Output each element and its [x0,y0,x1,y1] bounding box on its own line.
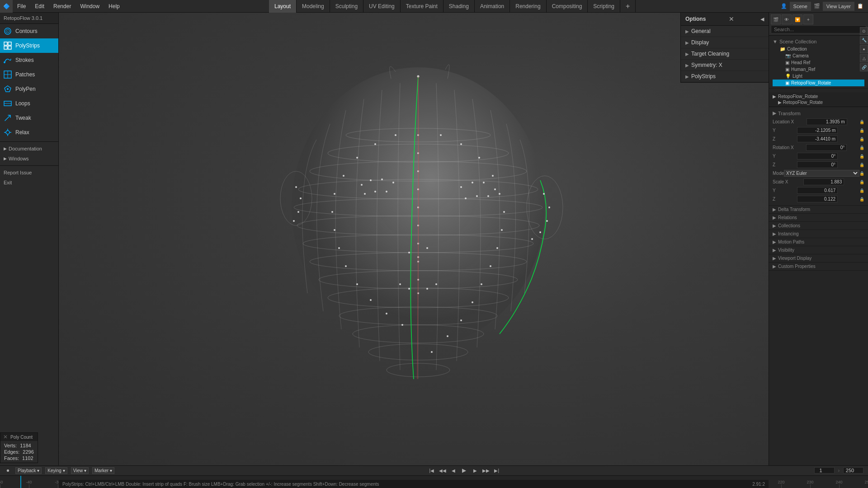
options-section-display[interactable]: ▶ Display [681,37,769,48]
rotation-z-lock[interactable]: 🔒 [859,163,864,167]
tree-item-collection[interactable]: 📁 Collection [773,46,864,52]
scene-collection-title[interactable]: ▼ Scene Collection [773,38,864,46]
tab-add[interactable]: + [620,0,636,13]
tab-rendering[interactable]: Rendering [510,0,546,13]
menu-help[interactable]: Help [104,0,124,13]
rv-icon-constraints[interactable]: 🔗 [860,63,868,71]
menu-edit[interactable]: Edit [30,0,49,13]
sidebar-item-polypen[interactable]: PolyPen [0,82,58,96]
location-y-field[interactable] [797,127,838,134]
view-dropdown[interactable]: View ▾ [71,467,89,474]
sidebar-item-contours[interactable]: Contours [0,24,58,38]
tab-shading[interactable]: Shading [443,0,475,13]
delta-transform-section[interactable]: ▶Delta Transform [769,206,868,214]
relations-section[interactable]: ▶Relations [769,214,868,222]
instancing-section[interactable]: ▶Instancing [769,230,868,238]
view-layer-dropdown[interactable]: View Layer [823,2,854,11]
playback-dropdown[interactable]: Playback ▾ [15,467,42,474]
location-y-lock[interactable]: 🔒 [859,128,864,133]
tab-animation[interactable]: Animation [475,0,510,13]
options-arrow-left[interactable]: ◀ [760,16,764,22]
scale-y-lock[interactable]: 🔒 [859,188,864,193]
menu-file[interactable]: File [13,0,30,13]
scale-z-field[interactable] [797,196,838,202]
end-frame-input[interactable] [843,467,863,474]
options-close-button[interactable]: ✕ [729,15,734,23]
sidebar-item-tweak[interactable]: Tweak [0,111,58,125]
rv-icon-modifier[interactable]: 🔧 [860,36,868,44]
sidebar-exit[interactable]: Exit [0,178,58,188]
marker-dropdown[interactable]: Marker ▾ [92,467,114,474]
tl-jump-start[interactable]: |◀ [428,467,435,474]
rotation-y-lock[interactable]: 🔒 [859,154,864,159]
tl-jump-end[interactable]: ▶| [493,467,500,474]
scale-z-lock[interactable]: 🔒 [859,197,864,202]
scene-dropdown[interactable]: Scene [790,2,811,11]
rotation-mode-select[interactable]: XYZ Euler [784,170,859,177]
tree-item-camera[interactable]: 📷 Camera [773,52,864,59]
sidebar-report-issue[interactable]: Report Issue [0,168,58,178]
rotation-x-field[interactable] [806,144,847,151]
sidebar-section-documentation[interactable]: ▶ Documentation [0,144,58,154]
tree-item-human-ref[interactable]: ▣ Human_Ref [773,66,864,73]
motion-paths-section[interactable]: ▶Motion Paths [769,238,868,246]
tab-texture-paint[interactable]: Texture Paint [401,0,443,13]
location-z-lock[interactable]: 🔒 [859,137,864,141]
options-section-symmetry[interactable]: ▶ Symmetry: X [681,60,769,71]
rf-tree-item[interactable]: ▶ RetopoFlow_Rotate [773,94,864,99]
location-x-field[interactable] [807,118,847,125]
rp-icon-add[interactable]: + [803,14,813,24]
main-viewport[interactable] [59,13,769,465]
transform-title[interactable]: ▶ Transform [773,109,864,117]
tl-icon-btn[interactable]: ⏺ [5,467,12,474]
tab-scripting[interactable]: Scripting [588,0,620,13]
poly-count-close-button[interactable]: ✕ [3,434,8,440]
tree-item-retopoflow-rotate[interactable]: ▣ RetopoFlow_Rotate [773,80,864,86]
tab-layout[interactable]: Layout [269,0,297,13]
rp-icon-filter[interactable]: 🔽 [793,14,802,24]
tl-play[interactable]: ▶ [461,467,468,474]
rotation-x-lock[interactable]: 🔒 [859,145,864,150]
location-z-field[interactable] [797,136,838,142]
tab-sculpting[interactable]: Sculpting [330,0,363,13]
options-section-polystrips[interactable]: ▶ PolyStrips [681,71,769,82]
keying-dropdown[interactable]: Keying ▾ [45,467,67,474]
location-x-lock[interactable]: 🔒 [859,120,864,124]
sidebar-section-windows[interactable]: ▶ Windows [0,154,58,164]
rp-icon-view[interactable]: 👁 [782,14,792,24]
scale-x-lock[interactable]: 🔒 [859,180,864,184]
tl-prev-frame[interactable]: ◀ [450,467,457,474]
menu-window[interactable]: Window [75,0,104,13]
sidebar-item-polystrips[interactable]: PolyStrips [0,38,58,53]
visibility-section[interactable]: ▶Visibility [769,246,868,254]
rotation-z-field[interactable] [797,161,838,168]
tl-next-key[interactable]: ▶▶ [482,467,490,474]
rf-rotate-item[interactable]: ▶ RetopoFlow_Rotate [773,99,864,105]
scale-y-field[interactable] [797,187,838,194]
tree-item-head-ref[interactable]: ▣ Head Ref [773,59,864,66]
mode-lock[interactable]: 🔒 [859,171,864,176]
collections-section[interactable]: ▶Collections [769,222,868,230]
rv-icon-object[interactable]: ⊙ [860,27,868,35]
custom-properties-section[interactable]: ▶Custom Properties [769,263,868,271]
menu-render[interactable]: Render [49,0,75,13]
sidebar-item-strokes[interactable]: Strokes [0,53,58,67]
start-frame-input[interactable] [814,467,835,474]
sidebar-item-loops[interactable]: Loops [0,96,58,111]
rv-icon-material[interactable]: ● [860,45,868,53]
right-panel-search[interactable] [771,25,866,33]
tree-item-light[interactable]: 💡 Light [773,73,864,80]
rotation-y-field[interactable] [797,153,838,160]
tl-next-frame[interactable]: ▶ [472,467,479,474]
viewport-display-section[interactable]: ▶Viewport Display [769,254,868,263]
rp-icon-scene[interactable]: 🎬 [771,14,781,24]
rv-icon-data[interactable]: △ [860,54,868,62]
tab-uv-editing[interactable]: UV Editing [363,0,401,13]
scale-x-field[interactable] [803,178,844,185]
options-section-general[interactable]: ▶ General [681,26,769,37]
tab-modeling[interactable]: Modeling [297,0,330,13]
tl-prev-key[interactable]: ◀◀ [439,467,446,474]
tab-compositing[interactable]: Compositing [547,0,588,13]
sidebar-item-relax[interactable]: Relax [0,125,58,140]
options-section-target-cleaning[interactable]: ▶ Target Cleaning [681,48,769,60]
